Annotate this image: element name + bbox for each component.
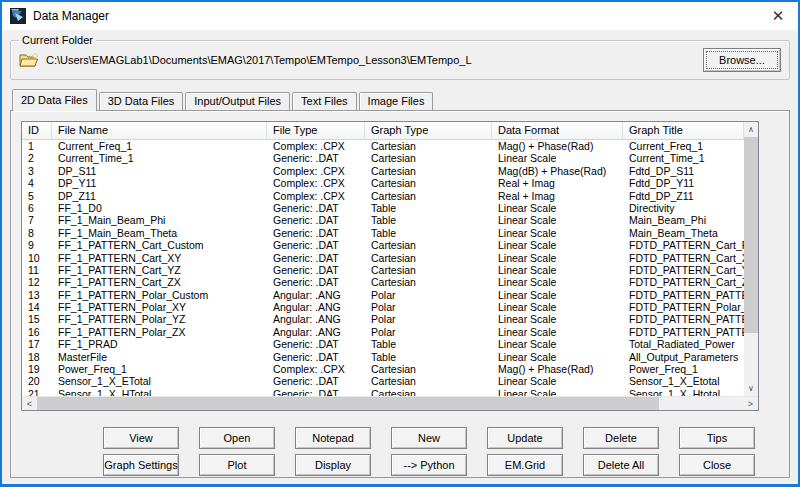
cell: Linear Scale <box>492 202 623 214</box>
window-title: Data Manager <box>33 9 758 23</box>
delete-all-button[interactable]: Delete All <box>583 454 659 476</box>
cell: Fdtd_DP_S11 <box>623 165 744 177</box>
python-button[interactable]: --> Python <box>391 454 467 476</box>
cell: Complex: .CPX <box>267 165 365 177</box>
table-row[interactable]: 2Current_Time_1Generic: .DATCartesianLin… <box>22 152 744 164</box>
cell: Polar <box>365 289 492 301</box>
column-header-file-name[interactable]: File Name <box>52 122 267 139</box>
cell: Cartesian <box>365 388 492 396</box>
column-header-id[interactable]: ID <box>22 122 52 139</box>
cell: Cartesian <box>365 190 492 202</box>
table-row[interactable]: 3DP_S11Complex: .CPXCartesianMag(dB) + P… <box>22 165 744 177</box>
update-button[interactable]: Update <box>487 427 563 449</box>
open-button[interactable]: Open <box>199 427 275 449</box>
cell: Linear Scale <box>492 301 623 313</box>
cell: Total_Radiated_Power <box>623 338 744 350</box>
cell: Linear Scale <box>492 264 623 276</box>
file-list-rows: 1Current_Freq_1Complex: .CPXCartesianMag… <box>22 140 744 396</box>
tab-image-files[interactable]: Image Files <box>359 92 434 110</box>
scroll-up-arrow-icon[interactable]: ∧ <box>744 122 758 137</box>
cell: Linear Scale <box>492 239 623 251</box>
cell: Polar <box>365 326 492 338</box>
cell: Linear Scale <box>492 326 623 338</box>
cell: 14 <box>22 301 52 313</box>
cell: 9 <box>22 239 52 251</box>
table-row[interactable]: 21Sensor_1_X_HTotalGeneric: .DATCartesia… <box>22 388 744 396</box>
cell: Linear Scale <box>492 338 623 350</box>
tab-input-output-files[interactable]: Input/Output Files <box>185 92 290 110</box>
cell: 2 <box>22 152 52 164</box>
cell: Generic: .DAT <box>267 214 365 226</box>
cell: Cartesian <box>365 165 492 177</box>
column-header-graph-type[interactable]: Graph Type <box>365 122 492 139</box>
table-row[interactable]: 14FF_1_PATTERN_Polar_XYAngular: .ANGPola… <box>22 301 744 313</box>
em-grid-button[interactable]: EM.Grid <box>487 454 563 476</box>
display-button[interactable]: Display <box>295 454 371 476</box>
cell: Sensor_1_X_HTotal <box>52 388 267 396</box>
cell: Power_Freq_1 <box>52 363 267 375</box>
cell: Complex: .CPX <box>267 140 365 152</box>
cell: Current_Time_1 <box>623 152 744 164</box>
delete-button[interactable]: Delete <box>583 427 659 449</box>
table-row[interactable]: 5DP_Z11Complex: .CPXCartesianReal + Imag… <box>22 190 744 202</box>
app-icon <box>10 8 26 24</box>
cell: Sensor_1_X_Etotal <box>623 375 744 387</box>
vertical-scrollbar-thumb[interactable] <box>744 137 758 333</box>
new-button[interactable]: New <box>391 427 467 449</box>
cell: FDTD_PATTERN_Cart_ZX <box>623 276 744 288</box>
scroll-down-arrow-icon[interactable]: ∨ <box>744 381 758 396</box>
cell: 10 <box>22 252 52 264</box>
vertical-scrollbar[interactable]: ∧ ∨ <box>744 122 758 396</box>
tab-page-2d-data-files: IDFile NameFile TypeGraph TypeData Forma… <box>10 110 790 478</box>
close-button[interactable]: Close <box>679 454 755 476</box>
cell: 11 <box>22 264 52 276</box>
horizontal-scrollbar-thumb[interactable] <box>37 397 659 410</box>
close-icon: ✕ <box>772 7 785 25</box>
cell: Table <box>365 227 492 239</box>
cell: 19 <box>22 363 52 375</box>
cell: Polar <box>365 301 492 313</box>
plot-button[interactable]: Plot <box>199 454 275 476</box>
tips-button[interactable]: Tips <box>679 427 755 449</box>
browse-button[interactable]: Browse... <box>703 48 781 72</box>
scroll-right-arrow-icon[interactable]: > <box>743 397 758 411</box>
cell: 18 <box>22 351 52 363</box>
table-row[interactable]: 6FF_1_D0Generic: .DATTableLinear ScaleDi… <box>22 202 744 214</box>
table-row[interactable]: 10FF_1_PATTERN_Cart_XYGeneric: .DATCarte… <box>22 252 744 264</box>
table-row[interactable]: 4DP_Y11Complex: .CPXCartesianReal + Imag… <box>22 177 744 189</box>
table-row[interactable]: 12FF_1_PATTERN_Cart_ZXGeneric: .DATCarte… <box>22 276 744 288</box>
table-row[interactable]: 8FF_1_Main_Beam_ThetaGeneric: .DATTableL… <box>22 227 744 239</box>
scroll-left-arrow-icon[interactable]: < <box>22 397 37 411</box>
cell: Angular: .ANG <box>267 313 365 325</box>
table-row[interactable]: 18MasterFileGeneric: .DATTableLinear Sca… <box>22 351 744 363</box>
cell: 8 <box>22 227 52 239</box>
tab-2d-data-files[interactable]: 2D Data Files <box>12 89 97 111</box>
close-button[interactable]: ✕ <box>758 2 798 30</box>
table-row[interactable]: 9FF_1_PATTERN_Cart_CustomGeneric: .DATCa… <box>22 239 744 251</box>
column-header-data-format[interactable]: Data Format <box>492 122 623 139</box>
cell: Current_Freq_1 <box>52 140 267 152</box>
cell: Power_Freq_1 <box>623 363 744 375</box>
tab-text-files[interactable]: Text Files <box>292 92 356 110</box>
table-row[interactable]: 1Current_Freq_1Complex: .CPXCartesianMag… <box>22 140 744 152</box>
table-row[interactable]: 19Power_Freq_1Complex: .CPXCartesianMag(… <box>22 363 744 375</box>
cell: FF_1_PATTERN_Polar_ZX <box>52 326 267 338</box>
horizontal-scrollbar[interactable]: < > <box>22 396 758 410</box>
cell: FF_1_PATTERN_Polar_YZ <box>52 313 267 325</box>
notepad-button[interactable]: Notepad <box>295 427 371 449</box>
tab-3d-data-files[interactable]: 3D Data Files <box>99 92 184 110</box>
cell: Cartesian <box>365 252 492 264</box>
table-row[interactable]: 17FF_1_PRADGeneric: .DATTableLinear Scal… <box>22 338 744 350</box>
column-header-file-type[interactable]: File Type <box>267 122 365 139</box>
table-row[interactable]: 13FF_1_PATTERN_Polar_CustomAngular: .ANG… <box>22 289 744 301</box>
table-row[interactable]: 11FF_1_PATTERN_Cart_YZGeneric: .DATCarte… <box>22 264 744 276</box>
table-row[interactable]: 20Sensor_1_X_ETotalGeneric: .DATCartesia… <box>22 375 744 387</box>
view-button[interactable]: View <box>103 427 179 449</box>
table-row[interactable]: 15FF_1_PATTERN_Polar_YZAngular: .ANGPola… <box>22 313 744 325</box>
column-header-graph-title[interactable]: Graph Title <box>623 122 744 139</box>
cell: Linear Scale <box>492 227 623 239</box>
table-row[interactable]: 16FF_1_PATTERN_Polar_ZXAngular: .ANGPola… <box>22 326 744 338</box>
cell: Linear Scale <box>492 388 623 396</box>
graph-settings-button[interactable]: Graph Settings <box>103 454 179 476</box>
table-row[interactable]: 7FF_1_Main_Beam_PhiGeneric: .DATTableLin… <box>22 214 744 226</box>
